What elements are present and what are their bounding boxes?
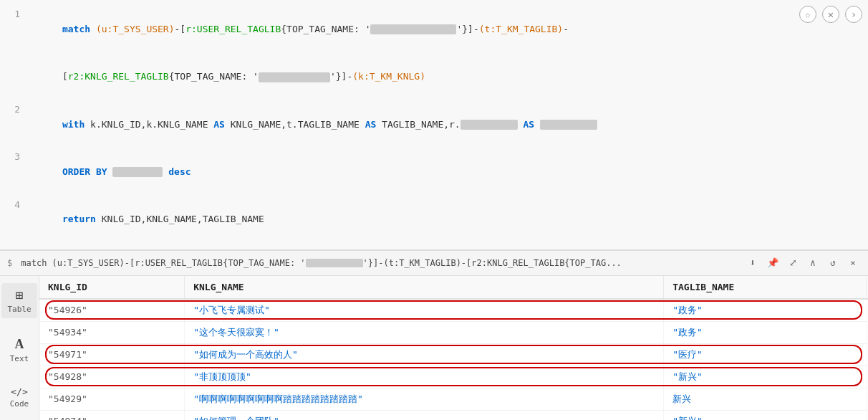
code-text: ORDER BY desc — [29, 150, 862, 194]
table-header-row: KNLG_ID KNLG_NAME TAGLIB_NAME — [39, 276, 868, 299]
expand-icon[interactable]: ⤢ — [785, 255, 801, 271]
line-number: 2 — [6, 102, 20, 118]
cell-taglib-name[interactable]: "医疗" — [664, 343, 867, 366]
cell-knlg-name[interactable]: "啊啊啊啊啊啊啊啊啊踏踏踏踏踏踏踏踏" — [185, 388, 664, 410]
query-prefix: $ — [7, 258, 12, 268]
code-line-1: 1 match (u:T_SYS_USER)-[r:USER_REL_TAGLI… — [0, 6, 868, 53]
download-icon[interactable]: ⬇ — [745, 255, 761, 271]
refresh-icon[interactable]: ↺ — [825, 255, 841, 271]
close-button[interactable]: ✕ — [822, 6, 839, 23]
sidebar-item-table[interactable]: ⊞ Table — [1, 283, 37, 318]
query-bar-icons: ⬇ 📌 ⤢ ∧ ↺ × — [745, 255, 861, 271]
code-line-1b: [r2:KNLG_REL_TAGLIB{TOP_TAG_NAME: ''}]-(… — [0, 53, 868, 100]
cell-knlg-id: "54926" — [39, 299, 185, 322]
collapse-icon[interactable]: ∧ — [805, 255, 821, 271]
code-line-3: 3 ORDER BY desc — [0, 148, 868, 196]
query-bar: $ match (u:T_SYS_USER)-[r:USER_REL_TAGLI… — [0, 250, 868, 276]
cell-knlg-name[interactable]: "如何成为一个高效的人" — [185, 343, 664, 366]
cell-knlg-name[interactable]: "这个冬天很寂寞！" — [185, 321, 664, 343]
cell-knlg-id: "54929" — [39, 388, 185, 410]
expand-button[interactable]: › — [845, 6, 862, 23]
cell-knlg-id: "54934" — [39, 321, 185, 343]
results-section: ⊞ Table A Text </> Code KNLG_ID KNLG_NAM… — [0, 276, 868, 420]
cell-taglib-name[interactable]: "政务" — [664, 321, 867, 343]
close-icon[interactable]: × — [845, 255, 861, 271]
table-row: "54934""这个冬天很寂寞！""政务" — [39, 321, 868, 343]
code-text: return KNLG_ID,KNLG_NAME,TAGLIB_NAME — [29, 198, 862, 242]
table-row: "54928""非顶顶顶顶""新兴" — [39, 366, 868, 388]
sidebar-item-code[interactable]: </> Code — [4, 382, 35, 413]
cell-taglib-name[interactable]: 新兴 — [664, 388, 867, 410]
cell-knlg-id: "54974" — [39, 410, 185, 420]
star-button[interactable]: ☆ — [799, 6, 816, 23]
cell-knlg-id: "54928" — [39, 366, 185, 388]
column-header-taglib-name: TAGLIB_NAME — [664, 276, 867, 299]
cell-knlg-name[interactable]: "如何管理一个团队" — [185, 410, 664, 420]
query-text: match (u:T_SYS_USER)-[r:USER_REL_TAGLIB{… — [21, 258, 739, 268]
pin-icon[interactable]: 📌 — [765, 255, 781, 271]
column-header-knlg-id: KNLG_ID — [39, 276, 185, 299]
sidebar-label-table: Table — [7, 305, 31, 314]
code-line-4: 4 return KNLG_ID,KNLG_NAME,TAGLIB_NAME — [0, 196, 868, 244]
line-number: 3 — [6, 150, 20, 165]
code-icon: </> — [11, 386, 27, 397]
cell-knlg-name[interactable]: "小飞飞专属测试" — [185, 299, 664, 322]
line-number: 4 — [6, 198, 20, 213]
table-row: "54929""啊啊啊啊啊啊啊啊啊踏踏踏踏踏踏踏踏"新兴 — [39, 388, 868, 410]
table-row: "54971""如何成为一个高效的人""医疗" — [39, 343, 868, 366]
code-text: match (u:T_SYS_USER)-[r:USER_REL_TAGLIB{… — [29, 7, 862, 52]
cell-taglib-name[interactable]: "新兴" — [664, 410, 867, 420]
table-row: "54926""小飞飞专属测试""政务" — [39, 299, 868, 322]
code-line-2: 2 with k.KNLG_ID,k.KNLG_NAME AS KNLG_NAM… — [0, 101, 868, 148]
sidebar-label-code: Code — [10, 399, 29, 409]
column-header-knlg-name: KNLG_NAME — [185, 276, 664, 299]
code-editor: ☆ ✕ › 1 match (u:T_SYS_USER)-[r:USER_REL… — [0, 0, 868, 250]
table-icon: ⊞ — [16, 287, 24, 302]
cell-taglib-name[interactable]: "政务" — [664, 299, 867, 322]
cell-knlg-name[interactable]: "非顶顶顶顶" — [185, 366, 664, 388]
table-row: "54974""如何管理一个团队""新兴" — [39, 410, 868, 420]
code-text: [r2:KNLG_REL_TAGLIB{TOP_TAG_NAME: ''}]-(… — [29, 54, 862, 99]
line-number: 1 — [6, 7, 20, 22]
table-area: KNLG_ID KNLG_NAME TAGLIB_NAME "54926""小飞… — [39, 276, 868, 420]
results-table: KNLG_ID KNLG_NAME TAGLIB_NAME "54926""小飞… — [39, 276, 868, 420]
cell-taglib-name[interactable]: "新兴" — [664, 366, 867, 388]
text-icon: A — [15, 337, 24, 352]
left-sidebar: ⊞ Table A Text </> Code — [0, 276, 39, 420]
cell-knlg-id: "54971" — [39, 343, 185, 366]
sidebar-item-text[interactable]: A Text — [4, 333, 35, 368]
code-text: with k.KNLG_ID,k.KNLG_NAME AS KNLG_NAME,… — [29, 102, 862, 147]
sidebar-label-text: Text — [10, 354, 29, 363]
editor-toolbar: ☆ ✕ › — [799, 6, 862, 23]
